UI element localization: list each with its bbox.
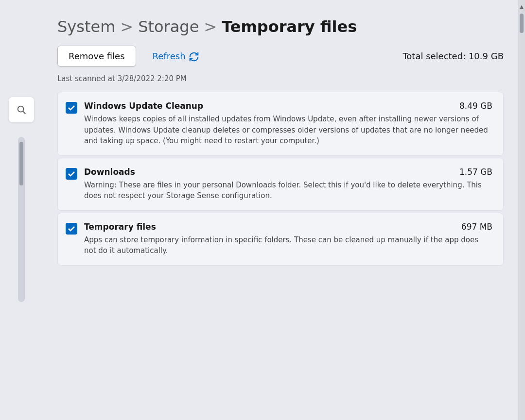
svg-point-0: [18, 106, 24, 112]
last-scanned-text: Last scanned at 3/28/2022 2:20 PM: [57, 74, 504, 83]
item-size-downloads: 1.57 GB: [459, 167, 492, 177]
breadcrumb-area: System > Storage > Temporary files: [43, 0, 518, 46]
item-title-windows-update: Windows Update Cleanup: [84, 101, 203, 111]
breadcrumb-current: Temporary files: [222, 17, 357, 36]
items-list: Windows Update Cleanup 8.49 GB Windows k…: [57, 92, 504, 266]
item-desc-downloads: Warning: These are files in your persona…: [84, 180, 492, 202]
main-content: System > Storage > Temporary files Remov…: [43, 0, 518, 420]
item-size-temporary-files: 697 MB: [461, 222, 492, 232]
checkmark-icon: [68, 104, 75, 112]
checkbox-downloads[interactable]: [66, 168, 77, 180]
item-size-windows-update: 8.49 GB: [459, 101, 492, 111]
search-button[interactable]: [9, 97, 34, 122]
breadcrumb: System > Storage > Temporary files: [57, 17, 489, 36]
toolbar: Remove files Refresh Total selected: 10.…: [57, 46, 504, 67]
item-header-downloads: Downloads 1.57 GB: [84, 167, 492, 177]
left-scrollbar-track[interactable]: [18, 137, 25, 302]
item-header-windows-update: Windows Update Cleanup 8.49 GB: [84, 101, 492, 111]
checkmark-icon-temporary-files: [68, 225, 75, 233]
item-windows-update-cleanup: Windows Update Cleanup 8.49 GB Windows k…: [57, 92, 504, 156]
item-header-temporary-files: Temporary files 697 MB: [84, 222, 492, 232]
content-area: Remove files Refresh Total selected: 10.…: [43, 46, 518, 420]
item-text-downloads: Downloads 1.57 GB Warning: These are fil…: [84, 167, 492, 202]
item-desc-windows-update: Windows keeps copies of all installed up…: [84, 114, 492, 147]
checkbox-temporary-files[interactable]: [66, 223, 77, 235]
refresh-label: Refresh: [153, 51, 186, 61]
item-downloads: Downloads 1.57 GB Warning: These are fil…: [57, 158, 504, 211]
breadcrumb-storage[interactable]: Storage: [138, 17, 199, 36]
left-sidebar: [0, 0, 43, 420]
total-selected-label: Total selected: 10.9 GB: [402, 51, 504, 61]
item-temporary-files: Temporary files 697 MB Apps can store te…: [57, 213, 504, 266]
right-scrollbar[interactable]: ▲: [518, 0, 525, 420]
refresh-button[interactable]: Refresh: [148, 46, 203, 66]
breadcrumb-system[interactable]: System: [57, 17, 115, 36]
item-title-downloads: Downloads: [84, 167, 135, 177]
checkmark-icon-downloads: [68, 170, 75, 178]
svg-line-1: [23, 111, 25, 114]
checkbox-windows-update[interactable]: [66, 102, 77, 114]
remove-files-button[interactable]: Remove files: [57, 46, 136, 67]
item-text-temporary-files: Temporary files 697 MB Apps can store te…: [84, 222, 492, 256]
scroll-up-arrow[interactable]: ▲: [518, 2, 525, 11]
breadcrumb-sep2: >: [204, 17, 217, 36]
right-scrollbar-thumb[interactable]: [520, 14, 524, 33]
item-title-temporary-files: Temporary files: [84, 222, 156, 232]
left-scrollbar-thumb[interactable]: [19, 142, 23, 185]
item-text-windows-update: Windows Update Cleanup 8.49 GB Windows k…: [84, 101, 492, 147]
item-desc-temporary-files: Apps can store temporary information in …: [84, 235, 492, 256]
search-icon: [16, 104, 27, 115]
breadcrumb-sep1: >: [120, 17, 133, 36]
refresh-icon: [189, 51, 198, 61]
